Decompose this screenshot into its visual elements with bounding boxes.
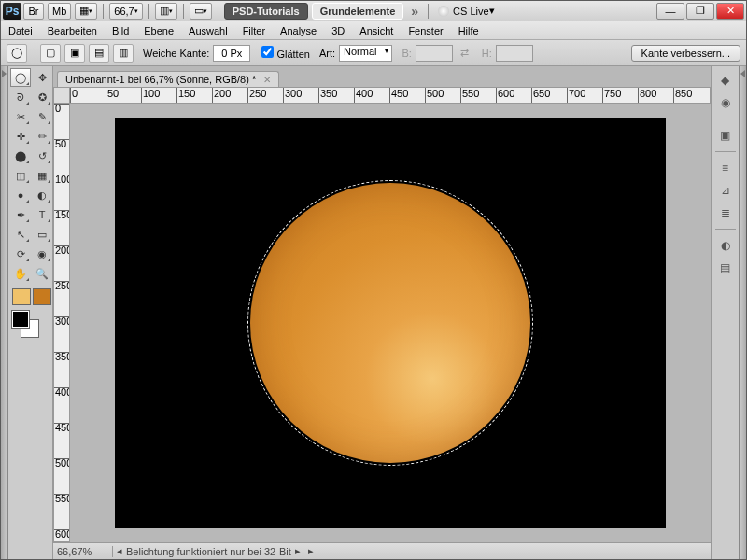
3d-camera-tool[interactable]: ◉ bbox=[32, 245, 52, 263]
left-gutter bbox=[1, 66, 8, 559]
cslive-button[interactable]: CS Live ▾ bbox=[438, 5, 495, 17]
character-panel-icon[interactable]: ▣ bbox=[714, 125, 737, 146]
lasso-tool[interactable]: ᘐ bbox=[10, 88, 31, 106]
bridge-button[interactable]: Br bbox=[23, 3, 44, 20]
refine-edge-button[interactable]: Kante verbessern... bbox=[631, 45, 740, 62]
shape-tool[interactable]: ▭ bbox=[32, 225, 52, 244]
menu-bild[interactable]: Bild bbox=[112, 25, 129, 36]
fg-bg-colors[interactable] bbox=[10, 311, 50, 344]
menubar: Datei Bearbeiten Bild Ebene Auswahl Filt… bbox=[1, 21, 746, 40]
dodge-tool[interactable]: ◐ bbox=[32, 186, 52, 204]
close-tab-icon[interactable]: ✕ bbox=[263, 75, 271, 85]
width-label: B: bbox=[402, 48, 411, 59]
menu-auswahl[interactable]: Auswahl bbox=[189, 25, 228, 36]
history-panel-icon[interactable]: ▤ bbox=[714, 258, 737, 278]
menu-hilfe[interactable]: Hilfe bbox=[458, 25, 479, 36]
workspace-tab-grundelemente[interactable]: Grundelemente bbox=[312, 3, 404, 20]
zoom-tool[interactable]: 🔍 bbox=[32, 264, 52, 283]
status-next-icon[interactable]: ▸ bbox=[295, 545, 301, 557]
document-area: Unbenannt-1 bei 66,7% (Sonne, RGB/8) *✕ … bbox=[53, 66, 711, 559]
workspace-overflow[interactable]: » bbox=[411, 4, 418, 19]
canvas[interactable] bbox=[115, 118, 666, 528]
color-panel-icon[interactable]: ◉ bbox=[714, 92, 737, 113]
screen-mode-button[interactable]: ▭ bbox=[190, 3, 212, 20]
swatch-2[interactable] bbox=[33, 288, 51, 305]
stamp-tool[interactable]: ⬤ bbox=[10, 147, 31, 165]
canvas-viewport[interactable] bbox=[70, 104, 711, 542]
gradient-tool[interactable]: ▦ bbox=[32, 166, 52, 185]
expand-right-icon[interactable] bbox=[740, 70, 745, 77]
adjustments-panel-icon[interactable]: ≡ bbox=[714, 158, 737, 178]
blur-tool[interactable]: ● bbox=[10, 186, 31, 204]
right-panel-dock: ◆ ◉ ▣ ≡ ⊿ ≣ ◐ ▤ bbox=[711, 66, 739, 559]
height-label: H: bbox=[482, 48, 492, 59]
ruler-corner[interactable] bbox=[53, 87, 70, 104]
workspace-tab-psdtutorials[interactable]: PSD-Tutorials bbox=[224, 3, 308, 20]
minimize-button[interactable]: — bbox=[656, 3, 684, 20]
add-selection-icon[interactable]: ▣ bbox=[64, 44, 85, 63]
horizontal-ruler[interactable]: 0501001502002503003504004505005506006507… bbox=[70, 87, 711, 104]
eyedropper-tool[interactable]: ✎ bbox=[32, 107, 52, 126]
status-bar: 66,67% ◂ Belichtung funktioniert nur bei… bbox=[53, 542, 711, 559]
right-gutter bbox=[739, 66, 746, 559]
menu-bearbeiten[interactable]: Bearbeiten bbox=[48, 25, 97, 36]
document-tab[interactable]: Unbenannt-1 bei 66,7% (Sonne, RGB/8) *✕ bbox=[57, 71, 279, 87]
menu-filter[interactable]: Filter bbox=[243, 25, 265, 36]
hand-tool[interactable]: ✋ bbox=[10, 264, 31, 283]
eraser-tool[interactable]: ◫ bbox=[10, 166, 31, 185]
navigator-panel-icon[interactable]: ◐ bbox=[714, 235, 737, 256]
path-select-tool[interactable]: ↖ bbox=[10, 225, 31, 244]
style-select[interactable]: Normal bbox=[339, 45, 392, 62]
vertical-ruler[interactable]: 050100150200250300350400450500550600 bbox=[53, 104, 70, 542]
menu-fenster[interactable]: Fenster bbox=[408, 25, 443, 36]
subtract-selection-icon[interactable]: ▤ bbox=[89, 44, 109, 63]
marquee-tool[interactable]: ◯ bbox=[10, 68, 31, 87]
status-info: Belichtung funktioniert nur bei 32-Bit bbox=[126, 546, 291, 557]
crop-tool[interactable]: ✂ bbox=[10, 107, 31, 126]
move-tool[interactable]: ✥ bbox=[32, 68, 52, 87]
status-prev-icon[interactable]: ◂ bbox=[117, 545, 122, 557]
brush-tool[interactable]: ✏ bbox=[32, 127, 52, 146]
zoom-level-dropdown[interactable]: 66,7 bbox=[109, 3, 142, 20]
app-window: { "titlebar": { "logo": "Ps", "br": "Br"… bbox=[0, 0, 747, 560]
view-extras-button[interactable]: ▦ bbox=[75, 3, 97, 20]
quick-select-tool[interactable]: ✪ bbox=[32, 88, 52, 106]
menu-analyse[interactable]: Analyse bbox=[280, 25, 317, 36]
layers-panel-icon[interactable]: ◆ bbox=[714, 70, 737, 91]
swap-wh-icon: ⇄ bbox=[460, 47, 469, 59]
paths-panel-icon[interactable]: ⊿ bbox=[714, 180, 737, 201]
options-bar: ◯ ▢ ▣ ▤ ▥ Weiche Kante: Glätten Art: Nor… bbox=[1, 40, 746, 66]
menu-ebene[interactable]: Ebene bbox=[144, 25, 174, 36]
new-selection-icon[interactable]: ▢ bbox=[40, 44, 61, 63]
menu-ansicht[interactable]: Ansicht bbox=[359, 25, 393, 36]
status-zoom[interactable]: 66,67% bbox=[57, 546, 113, 557]
actions-panel-icon[interactable]: ≣ bbox=[714, 203, 737, 223]
expand-left-icon[interactable] bbox=[2, 70, 7, 77]
close-button[interactable]: ✕ bbox=[716, 3, 744, 20]
status-menu-icon[interactable]: ▸ bbox=[308, 545, 314, 557]
maximize-button[interactable]: ❐ bbox=[686, 3, 714, 20]
3d-tool[interactable]: ⟳ bbox=[10, 245, 31, 263]
width-input bbox=[416, 45, 453, 62]
type-tool[interactable]: T bbox=[32, 205, 52, 224]
feather-input[interactable] bbox=[213, 45, 250, 62]
menu-3d[interactable]: 3D bbox=[331, 25, 345, 36]
menu-datei[interactable]: Datei bbox=[8, 25, 33, 36]
fg-color[interactable] bbox=[12, 311, 29, 328]
marquee-selection bbox=[247, 180, 533, 466]
history-brush-tool[interactable]: ↺ bbox=[32, 147, 52, 165]
intersect-selection-icon[interactable]: ▥ bbox=[113, 44, 134, 63]
toolbox: ◯ ✥ ᘐ ✪ ✂ ✎ ✜ ✏ ⬤ ↺ ◫ ▦ ● ◐ ✒ T ↖ ▭ ⟳ ◉ … bbox=[8, 66, 53, 559]
height-input bbox=[496, 45, 533, 62]
tool-preset-picker[interactable]: ◯ bbox=[7, 44, 27, 63]
healing-tool[interactable]: ✜ bbox=[10, 127, 31, 146]
arrange-documents-button[interactable]: ▥ bbox=[155, 3, 177, 20]
swatch-1[interactable] bbox=[12, 288, 31, 305]
feather-label: Weiche Kante: bbox=[143, 48, 209, 59]
antialias-checkbox[interactable]: Glätten bbox=[261, 46, 310, 60]
style-label: Art: bbox=[319, 48, 335, 59]
pen-tool[interactable]: ✒ bbox=[10, 205, 31, 224]
titlebar: Ps Br Mb ▦ 66,7 ▥ ▭ PSD-Tutorials Grunde… bbox=[1, 1, 746, 21]
minibridge-button[interactable]: Mb bbox=[48, 3, 71, 20]
app-logo[interactable]: Ps bbox=[3, 3, 21, 20]
